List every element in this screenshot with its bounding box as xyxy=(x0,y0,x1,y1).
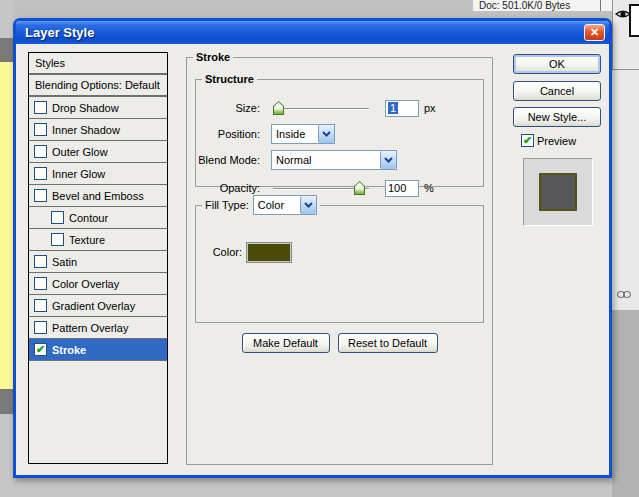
canvas-yellow-image-strip xyxy=(0,62,13,389)
chevron-down-icon[interactable] xyxy=(380,151,396,169)
fill-type-label: Fill Type: xyxy=(205,199,249,211)
status-bar-divider xyxy=(600,0,601,11)
structure-group-legend: Structure xyxy=(202,73,257,85)
style-label: Inner Shadow xyxy=(52,124,120,136)
style-label: Inner Glow xyxy=(52,168,105,180)
layer-row xyxy=(612,0,639,70)
styles-list-item[interactable]: Satin xyxy=(29,251,167,273)
size-row: Size: 1 px xyxy=(196,97,479,119)
style-label: Texture xyxy=(69,234,105,246)
style-checkbox[interactable] xyxy=(34,343,47,356)
styles-list-item[interactable]: Outer Glow xyxy=(29,141,167,163)
ok-button[interactable]: OK xyxy=(513,54,601,74)
fill-type-group: Fill Type: Color Color: xyxy=(195,195,484,323)
styles-list-item[interactable]: Texture xyxy=(29,229,167,251)
style-label: Bevel and Emboss xyxy=(52,190,144,202)
size-slider[interactable] xyxy=(271,101,371,115)
blend-mode-row: Blend Mode: Normal xyxy=(196,149,479,171)
size-slider-thumb[interactable] xyxy=(273,101,284,115)
blend-mode-dropdown[interactable]: Normal xyxy=(271,150,397,170)
defaults-row: Make Default Reset to Default xyxy=(187,333,492,353)
preview-thumbnail-inner xyxy=(539,173,577,211)
styles-list-item[interactable]: Blending Options: Default xyxy=(29,75,167,97)
position-value: Inside xyxy=(272,128,318,140)
app-bottom-strip xyxy=(0,478,612,497)
opacity-input[interactable]: 100 xyxy=(385,180,419,197)
color-row: Color: xyxy=(196,241,292,263)
styles-list-item[interactable]: Stroke xyxy=(29,339,167,361)
chevron-down-icon[interactable] xyxy=(300,196,316,214)
preview-row: Preview xyxy=(521,134,576,147)
chevron-down-icon[interactable] xyxy=(318,125,334,143)
style-checkbox[interactable] xyxy=(34,189,47,202)
style-checkbox[interactable] xyxy=(34,145,47,158)
document-status-bar: Doc: 501.0K/0 Bytes xyxy=(473,0,612,11)
fill-type-dropdown[interactable]: Color xyxy=(253,195,317,215)
styles-list-item[interactable]: Gradient Overlay xyxy=(29,295,167,317)
style-label: Styles xyxy=(35,57,65,69)
photoshop-screen: Doc: 501.0K/0 Bytes Layer Style ✕ xyxy=(0,0,639,497)
reset-to-default-button[interactable]: Reset to Default xyxy=(338,333,438,353)
styles-list-item[interactable]: Bevel and Emboss xyxy=(29,185,167,207)
style-checkbox[interactable] xyxy=(34,167,47,180)
dialog-titlebar[interactable]: Layer Style ✕ xyxy=(16,21,609,44)
close-button[interactable]: ✕ xyxy=(584,24,605,41)
cancel-button[interactable]: Cancel xyxy=(513,81,601,101)
canvas-left-strip xyxy=(0,0,13,497)
stroke-color-swatch[interactable] xyxy=(246,242,292,263)
styles-list-item[interactable]: Inner Glow xyxy=(29,163,167,185)
size-input[interactable]: 1 xyxy=(385,100,419,117)
new-style-button[interactable]: New Style... xyxy=(513,107,601,127)
style-label: Contour xyxy=(69,212,108,224)
style-label: Color Overlay xyxy=(52,278,119,290)
size-slider-track xyxy=(273,108,369,109)
doc-size-text: Doc: 501.0K/0 Bytes xyxy=(479,0,570,11)
fill-type-legend: Fill Type: Color xyxy=(202,195,320,215)
opacity-label: Opacity: xyxy=(196,182,264,194)
make-default-button[interactable]: Make Default xyxy=(242,333,330,353)
style-checkbox[interactable] xyxy=(51,233,64,246)
style-label: Drop Shadow xyxy=(52,102,119,114)
opacity-slider[interactable] xyxy=(271,181,371,195)
layer-style-dialog: Layer Style ✕ Styles Blending Options: D… xyxy=(13,18,612,478)
opacity-unit: % xyxy=(424,182,434,194)
opacity-slider-thumb[interactable] xyxy=(354,181,365,195)
styles-list-item[interactable]: Inner Shadow xyxy=(29,119,167,141)
style-label: Outer Glow xyxy=(52,146,108,158)
styles-list: Styles Blending Options: Default Drop Sh… xyxy=(28,52,168,464)
style-checkbox[interactable] xyxy=(34,255,47,268)
structure-group: Structure Size: 1 px Position: xyxy=(195,73,484,187)
style-checkbox[interactable] xyxy=(34,123,47,136)
position-dropdown[interactable]: Inside xyxy=(271,124,335,144)
preview-checkbox[interactable] xyxy=(521,134,534,147)
preview-label: Preview xyxy=(537,135,576,147)
chain-link-icon xyxy=(617,291,631,298)
canvas-dark-band-bottom xyxy=(0,389,13,414)
stroke-group: Stroke Structure Size: 1 px xyxy=(186,51,493,465)
dialog-title: Layer Style xyxy=(16,25,94,40)
position-label: Position: xyxy=(196,128,264,140)
style-checkbox[interactable] xyxy=(34,277,47,290)
size-label: Size: xyxy=(196,102,264,114)
style-checkbox[interactable] xyxy=(34,299,47,312)
size-unit: px xyxy=(424,102,436,114)
size-value: 1 xyxy=(388,102,398,114)
style-checkbox[interactable] xyxy=(34,321,47,334)
close-icon: ✕ xyxy=(590,26,599,39)
styles-list-item[interactable]: Contour xyxy=(29,207,167,229)
style-checkbox[interactable] xyxy=(34,101,47,114)
styles-list-item[interactable]: Styles xyxy=(29,53,167,75)
blend-mode-value: Normal xyxy=(272,154,380,166)
style-label: Satin xyxy=(52,256,77,268)
fill-type-value: Color xyxy=(254,199,300,211)
layer-thumbnail[interactable] xyxy=(629,4,639,37)
styles-list-item[interactable]: Pattern Overlay xyxy=(29,317,167,339)
dialog-body: Styles Blending Options: Default Drop Sh… xyxy=(16,44,609,475)
style-label: Pattern Overlay xyxy=(52,322,128,334)
layers-palette-edge xyxy=(612,0,639,497)
canvas-dark-band-top xyxy=(0,38,13,62)
styles-list-item[interactable]: Color Overlay xyxy=(29,273,167,295)
opacity-value: 100 xyxy=(388,182,406,194)
styles-list-item[interactable]: Drop Shadow xyxy=(29,97,167,119)
style-checkbox[interactable] xyxy=(51,211,64,224)
